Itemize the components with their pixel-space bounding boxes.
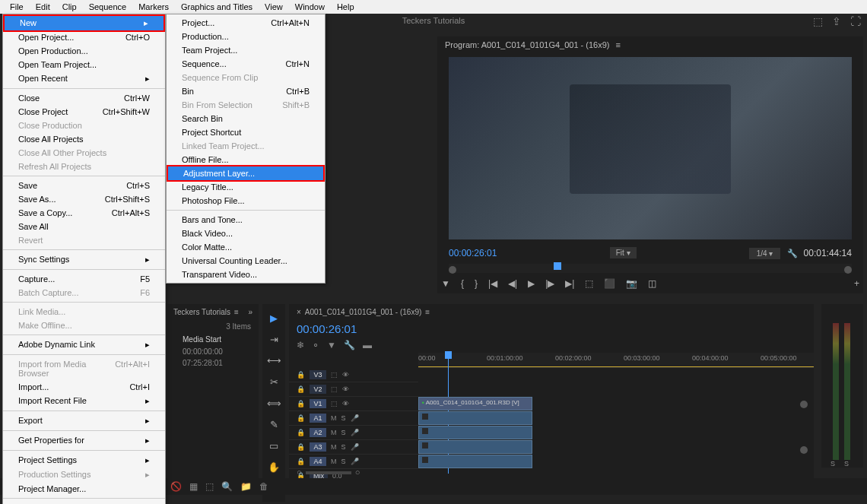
file-get-properties[interactable]: Get Properties for (3, 433, 165, 448)
program-current-tc[interactable]: 00:00:26:01 (449, 248, 497, 258)
file-capture[interactable]: Capture...F5 (3, 272, 165, 286)
find-icon[interactable]: 🔍 (221, 481, 233, 492)
snap-icon[interactable]: ❄ (297, 340, 304, 350)
track-v1[interactable]: 🔒V1⬚👁 (289, 397, 418, 411)
file-exit[interactable]: ExitCtrl+Q (3, 501, 165, 504)
pen-tool-icon[interactable]: ✎ (266, 417, 281, 432)
play-icon[interactable]: ▶ (528, 278, 535, 289)
slip-tool-icon[interactable]: ⟺ (266, 395, 281, 410)
comparison-icon[interactable]: ◫ (648, 278, 656, 289)
zoom-slider[interactable] (306, 471, 351, 474)
track-v2[interactable]: 🔒V2⬚👁 (289, 382, 418, 397)
menu-file[interactable]: File (4, 1, 30, 13)
menu-edit[interactable]: Edit (30, 1, 56, 13)
new-legacy-title[interactable]: Legacy Title... (167, 180, 325, 194)
file-new[interactable]: New (3, 14, 165, 32)
file-open-production[interactable]: Open Production... (3, 44, 165, 58)
zoom-out-icon[interactable]: ○ (297, 468, 302, 477)
add-marker-icon[interactable]: ▼ (327, 340, 336, 350)
audio-clip[interactable] (418, 411, 532, 425)
file-adobe-dynamic-link[interactable]: Adobe Dynamic Link (3, 338, 165, 352)
audio-clip[interactable] (418, 455, 532, 468)
timeline-tc[interactable]: 00:00:26:01 (289, 320, 364, 338)
marker-icon[interactable]: ▼ (441, 278, 450, 289)
track-a3[interactable]: 🔒A3MS🎤 (289, 440, 418, 455)
menu-view[interactable]: View (259, 1, 289, 13)
program-scrubber[interactable] (449, 264, 852, 273)
step-forward-icon[interactable]: |▶ (545, 278, 554, 289)
export-frame-icon[interactable]: ⬚ (813, 15, 823, 27)
file-open-project[interactable]: Open Project...Ctrl+O (3, 30, 165, 44)
audio-clip[interactable] (418, 440, 532, 454)
sequence-name[interactable]: A001_C014_0101G4_001 - (16x9) (305, 308, 421, 316)
expand-icon[interactable]: » (248, 308, 252, 316)
new-photoshop-file[interactable]: Photoshop File... (167, 194, 325, 208)
wrench-icon[interactable]: 🔧 (787, 249, 798, 258)
program-scale-dropdown[interactable]: 1/4 ▾ (749, 248, 781, 259)
new-universal-counting[interactable]: Universal Counting Leader... (167, 254, 325, 268)
audio-clip[interactable] (418, 426, 532, 439)
file-save-copy[interactable]: Save a Copy...Ctrl+Alt+S (3, 206, 165, 220)
media-start-header[interactable]: Media Start (167, 333, 259, 346)
program-playhead[interactable] (554, 262, 561, 270)
track-content[interactable]: ▪ A001_C014_0101G4_001.R3D [V] (418, 368, 814, 483)
timeline-menu-icon[interactable]: ≡ (425, 308, 430, 316)
extract-icon[interactable]: ⬛ (604, 278, 615, 289)
program-fit-dropdown[interactable]: Fit ▾ (610, 247, 637, 258)
add-button-icon[interactable]: + (854, 278, 859, 289)
ripple-edit-tool-icon[interactable]: ⟷ (266, 353, 281, 368)
new-transparent-video[interactable]: Transparent Video... (167, 268, 325, 281)
new-bin-footer-icon[interactable]: 📁 (240, 481, 252, 492)
file-close-project[interactable]: Close ProjectCtrl+Shift+W (3, 105, 165, 119)
new-search-bin[interactable]: Search Bin (167, 112, 325, 125)
menu-graphics-titles[interactable]: Graphics and Titles (175, 1, 259, 13)
file-close-all-projects[interactable]: Close All Projects (3, 132, 165, 146)
new-item-icon[interactable]: ▦ (189, 481, 198, 492)
delete-icon[interactable]: 🗑 (259, 481, 268, 492)
new-black-video[interactable]: Black Video... (167, 227, 325, 240)
file-save-all[interactable]: Save All (3, 220, 165, 233)
file-project-settings[interactable]: Project Settings (3, 453, 165, 468)
hand-tool-icon[interactable]: ✋ (266, 459, 281, 474)
menu-window[interactable]: Window (289, 1, 331, 13)
new-bin-icon[interactable]: 🚫 (170, 481, 182, 492)
new-bars-tone[interactable]: Bars and Tone... (167, 213, 325, 227)
go-to-out-icon[interactable]: ▶| (565, 278, 574, 289)
timeline-settings-icon[interactable]: 🔧 (344, 340, 355, 350)
in-point-icon[interactable]: { (461, 278, 464, 289)
track-a2[interactable]: 🔒A2MS🎤 (289, 426, 418, 440)
new-color-matte[interactable]: Color Matte... (167, 240, 325, 254)
file-open-recent[interactable]: Open Recent (3, 71, 165, 86)
file-save-as[interactable]: Save As...Ctrl+Shift+S (3, 192, 165, 206)
new-bin[interactable]: BinCtrl+B (167, 84, 325, 98)
new-production[interactable]: Production... (167, 30, 325, 43)
selection-tool-icon[interactable]: ▶ (266, 310, 281, 325)
file-import[interactable]: Import...Ctrl+I (3, 380, 165, 394)
rectangle-tool-icon[interactable]: ▭ (266, 438, 281, 453)
project-panel-title[interactable]: Teckers Tutorials (173, 308, 230, 316)
menu-markers[interactable]: Markers (132, 1, 175, 13)
export-frame-icon[interactable]: 📷 (626, 278, 637, 289)
new-team-project[interactable]: Team Project... (167, 43, 325, 57)
new-sequence[interactable]: Sequence...Ctrl+N (167, 57, 325, 71)
file-sync-settings[interactable]: Sync Settings (3, 252, 165, 267)
solo-left[interactable]: S (830, 460, 835, 468)
file-import-recent[interactable]: Import Recent File (3, 394, 165, 408)
track-v3[interactable]: 🔒V3⬚👁 (289, 368, 418, 382)
file-project-manager[interactable]: Project Manager... (3, 482, 165, 496)
fullscreen-icon[interactable]: ⛶ (850, 15, 861, 27)
go-to-in-icon[interactable]: |◀ (488, 278, 497, 289)
program-menu-icon[interactable]: ≡ (615, 40, 620, 49)
track-select-tool-icon[interactable]: ⇥ (266, 331, 281, 347)
track-a1[interactable]: 🔒A1MS🎤 (289, 411, 418, 426)
file-open-team-project[interactable]: Open Team Project... (3, 58, 165, 71)
timeline-ruler[interactable]: 00:00 00:01:00:00 00:02:00:00 00:03:00:0… (418, 353, 814, 368)
menu-clip[interactable]: Clip (56, 1, 83, 13)
zoom-in-icon[interactable]: ○ (355, 468, 360, 477)
solo-right[interactable]: S (844, 460, 849, 468)
clear-icon[interactable]: ⬚ (205, 481, 214, 492)
project-menu-icon[interactable]: ≡ (234, 308, 239, 316)
share-icon[interactable]: ⇪ (832, 15, 841, 27)
new-adjustment-layer[interactable]: Adjustment Layer... (167, 165, 325, 182)
menu-sequence[interactable]: Sequence (83, 1, 133, 13)
